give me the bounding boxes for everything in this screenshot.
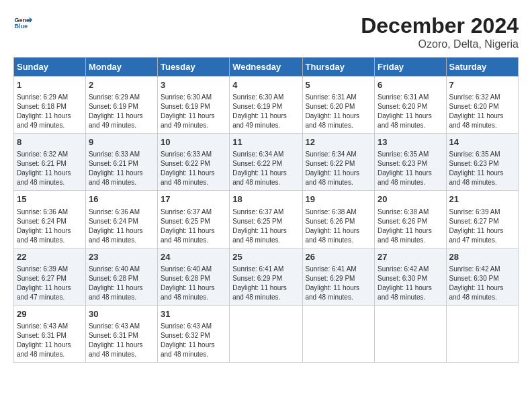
- day-info: Sunrise: 6:33 AM Sunset: 6:22 PM Dayligh…: [161, 150, 226, 187]
- day-info: Sunrise: 6:30 AM Sunset: 6:19 PM Dayligh…: [161, 93, 226, 130]
- weekday-header-tuesday: Tuesday: [157, 58, 229, 77]
- day-info: Sunrise: 6:39 AM Sunset: 6:27 PM Dayligh…: [17, 265, 83, 302]
- day-number: 3: [161, 79, 226, 91]
- calendar-table: SundayMondayTuesdayWednesdayThursdayFrid…: [13, 57, 519, 363]
- day-number: 20: [378, 193, 443, 205]
- calendar-cell: 13Sunrise: 6:35 AM Sunset: 6:23 PM Dayli…: [375, 134, 446, 191]
- calendar-cell: 21Sunrise: 6:39 AM Sunset: 6:27 PM Dayli…: [446, 191, 518, 248]
- day-number: 21: [449, 193, 515, 205]
- day-info: Sunrise: 6:29 AM Sunset: 6:19 PM Dayligh…: [89, 93, 154, 130]
- day-info: Sunrise: 6:37 AM Sunset: 6:25 PM Dayligh…: [232, 208, 299, 245]
- day-number: 10: [161, 136, 226, 148]
- calendar-cell: 31Sunrise: 6:43 AM Sunset: 6:32 PM Dayli…: [157, 305, 229, 362]
- title-block: December 2024 Ozoro, Delta, Nigeria: [361, 13, 519, 50]
- calendar-week-row: 8Sunrise: 6:32 AM Sunset: 6:21 PM Daylig…: [14, 134, 519, 191]
- day-info: Sunrise: 6:35 AM Sunset: 6:23 PM Dayligh…: [378, 150, 443, 187]
- calendar-week-row: 1Sunrise: 6:29 AM Sunset: 6:18 PM Daylig…: [14, 77, 519, 134]
- calendar-cell: 17Sunrise: 6:37 AM Sunset: 6:25 PM Dayli…: [157, 191, 229, 248]
- calendar-cell: 27Sunrise: 6:42 AM Sunset: 6:30 PM Dayli…: [375, 248, 446, 305]
- calendar-cell: 19Sunrise: 6:38 AM Sunset: 6:26 PM Dayli…: [302, 191, 375, 248]
- day-info: Sunrise: 6:41 AM Sunset: 6:29 PM Dayligh…: [232, 265, 299, 302]
- weekday-header-friday: Friday: [375, 58, 446, 77]
- day-number: 29: [17, 308, 83, 320]
- calendar-cell: [446, 305, 518, 362]
- day-number: 24: [161, 251, 226, 263]
- day-info: Sunrise: 6:39 AM Sunset: 6:27 PM Dayligh…: [449, 208, 515, 245]
- day-info: Sunrise: 6:35 AM Sunset: 6:23 PM Dayligh…: [449, 150, 515, 187]
- day-number: 30: [89, 308, 154, 320]
- day-number: 14: [449, 136, 515, 148]
- weekday-header-wednesday: Wednesday: [230, 58, 302, 77]
- calendar-cell: 11Sunrise: 6:34 AM Sunset: 6:22 PM Dayli…: [230, 134, 302, 191]
- day-number: 28: [449, 251, 515, 263]
- day-info: Sunrise: 6:30 AM Sunset: 6:19 PM Dayligh…: [232, 93, 299, 130]
- calendar-cell: 12Sunrise: 6:34 AM Sunset: 6:22 PM Dayli…: [302, 134, 375, 191]
- day-number: 15: [17, 193, 83, 205]
- day-number: 5: [306, 79, 372, 91]
- calendar-cell: 22Sunrise: 6:39 AM Sunset: 6:27 PM Dayli…: [14, 248, 86, 305]
- day-number: 11: [232, 136, 299, 148]
- page-header: General Blue December 2024 Ozoro, Delta,…: [13, 13, 519, 50]
- day-info: Sunrise: 6:37 AM Sunset: 6:25 PM Dayligh…: [161, 208, 226, 245]
- day-info: Sunrise: 6:29 AM Sunset: 6:18 PM Dayligh…: [17, 93, 83, 130]
- day-info: Sunrise: 6:41 AM Sunset: 6:29 PM Dayligh…: [306, 265, 372, 302]
- calendar-cell: 9Sunrise: 6:33 AM Sunset: 6:21 PM Daylig…: [85, 134, 157, 191]
- day-number: 1: [17, 79, 83, 91]
- day-info: Sunrise: 6:42 AM Sunset: 6:30 PM Dayligh…: [449, 265, 515, 302]
- calendar-cell: 5Sunrise: 6:31 AM Sunset: 6:20 PM Daylig…: [302, 77, 375, 134]
- calendar-cell: 28Sunrise: 6:42 AM Sunset: 6:30 PM Dayli…: [446, 248, 518, 305]
- weekday-header-thursday: Thursday: [302, 58, 375, 77]
- weekday-header-monday: Monday: [85, 58, 157, 77]
- calendar-cell: 16Sunrise: 6:36 AM Sunset: 6:24 PM Dayli…: [85, 191, 157, 248]
- day-info: Sunrise: 6:43 AM Sunset: 6:31 PM Dayligh…: [89, 322, 154, 359]
- day-number: 17: [161, 193, 226, 205]
- page-title: December 2024: [361, 13, 519, 38]
- day-number: 4: [232, 79, 299, 91]
- calendar-cell: 14Sunrise: 6:35 AM Sunset: 6:23 PM Dayli…: [446, 134, 518, 191]
- calendar-cell: 6Sunrise: 6:31 AM Sunset: 6:20 PM Daylig…: [375, 77, 446, 134]
- calendar-cell: 23Sunrise: 6:40 AM Sunset: 6:28 PM Dayli…: [85, 248, 157, 305]
- day-info: Sunrise: 6:43 AM Sunset: 6:32 PM Dayligh…: [161, 322, 226, 359]
- calendar-cell: 3Sunrise: 6:30 AM Sunset: 6:19 PM Daylig…: [157, 77, 229, 134]
- calendar-cell: [375, 305, 446, 362]
- day-number: 13: [378, 136, 443, 148]
- calendar-week-row: 29Sunrise: 6:43 AM Sunset: 6:31 PM Dayli…: [14, 305, 519, 362]
- logo-icon: General Blue: [13, 13, 32, 32]
- weekday-header-saturday: Saturday: [446, 58, 518, 77]
- calendar-cell: 4Sunrise: 6:30 AM Sunset: 6:19 PM Daylig…: [230, 77, 302, 134]
- day-number: 18: [232, 193, 299, 205]
- day-info: Sunrise: 6:38 AM Sunset: 6:26 PM Dayligh…: [378, 208, 443, 245]
- calendar-week-row: 22Sunrise: 6:39 AM Sunset: 6:27 PM Dayli…: [14, 248, 519, 305]
- calendar-cell: 1Sunrise: 6:29 AM Sunset: 6:18 PM Daylig…: [14, 77, 86, 134]
- day-info: Sunrise: 6:34 AM Sunset: 6:22 PM Dayligh…: [306, 150, 372, 187]
- day-info: Sunrise: 6:38 AM Sunset: 6:26 PM Dayligh…: [306, 208, 372, 245]
- day-number: 2: [89, 79, 154, 91]
- day-info: Sunrise: 6:36 AM Sunset: 6:24 PM Dayligh…: [17, 208, 83, 245]
- day-number: 31: [161, 308, 226, 320]
- day-number: 23: [89, 251, 154, 263]
- day-number: 22: [17, 251, 83, 263]
- calendar-cell: 30Sunrise: 6:43 AM Sunset: 6:31 PM Dayli…: [85, 305, 157, 362]
- day-number: 25: [232, 251, 299, 263]
- svg-text:Blue: Blue: [14, 23, 28, 30]
- day-info: Sunrise: 6:31 AM Sunset: 6:20 PM Dayligh…: [306, 93, 372, 130]
- calendar-header-row: SundayMondayTuesdayWednesdayThursdayFrid…: [14, 58, 519, 77]
- day-info: Sunrise: 6:33 AM Sunset: 6:21 PM Dayligh…: [89, 150, 154, 187]
- day-info: Sunrise: 6:32 AM Sunset: 6:20 PM Dayligh…: [449, 93, 515, 130]
- calendar-cell: 8Sunrise: 6:32 AM Sunset: 6:21 PM Daylig…: [14, 134, 86, 191]
- calendar-cell: 29Sunrise: 6:43 AM Sunset: 6:31 PM Dayli…: [14, 305, 86, 362]
- weekday-header-sunday: Sunday: [14, 58, 86, 77]
- day-number: 12: [306, 136, 372, 148]
- calendar-cell: 20Sunrise: 6:38 AM Sunset: 6:26 PM Dayli…: [375, 191, 446, 248]
- day-number: 6: [378, 79, 443, 91]
- day-info: Sunrise: 6:34 AM Sunset: 6:22 PM Dayligh…: [232, 150, 299, 187]
- calendar-week-row: 15Sunrise: 6:36 AM Sunset: 6:24 PM Dayli…: [14, 191, 519, 248]
- calendar-cell: 10Sunrise: 6:33 AM Sunset: 6:22 PM Dayli…: [157, 134, 229, 191]
- calendar-cell: 2Sunrise: 6:29 AM Sunset: 6:19 PM Daylig…: [85, 77, 157, 134]
- calendar-cell: [230, 305, 302, 362]
- calendar-cell: 7Sunrise: 6:32 AM Sunset: 6:20 PM Daylig…: [446, 77, 518, 134]
- day-number: 19: [306, 193, 372, 205]
- day-number: 27: [378, 251, 443, 263]
- day-info: Sunrise: 6:31 AM Sunset: 6:20 PM Dayligh…: [378, 93, 443, 130]
- day-number: 8: [17, 136, 83, 148]
